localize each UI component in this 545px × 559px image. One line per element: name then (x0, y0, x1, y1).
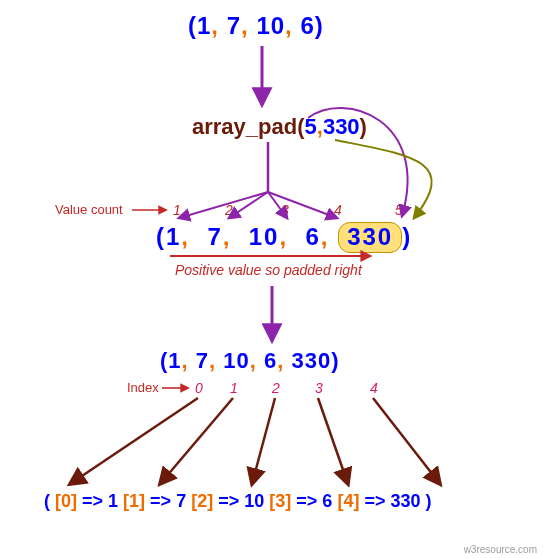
comma: , (182, 348, 196, 373)
curve-value-to-pill (335, 140, 432, 218)
arrow-join-2 (229, 192, 268, 218)
map-key-1: [1] (123, 491, 145, 511)
index-2: 2 (272, 380, 280, 396)
comma: , (321, 223, 338, 250)
func-value: 330 (323, 114, 360, 139)
comma: , (277, 348, 291, 373)
padded-val-2: 10 (249, 223, 280, 250)
positive-label: Positive value so padded right (175, 262, 362, 278)
padded-val-4: 330 (347, 223, 393, 250)
paren-close: ) (315, 12, 324, 39)
diagram-arrows (0, 0, 545, 559)
padded-pill: 330 (338, 222, 402, 253)
map-arrow: => (82, 491, 103, 511)
count-3: 3 (281, 202, 289, 218)
comma: , (250, 348, 264, 373)
paren-open: ( (188, 12, 197, 39)
initial-val-3: 6 (300, 12, 314, 39)
padded-tuple: (1, 7, 10, 6, 330) (156, 222, 412, 253)
arrow-fan-3 (318, 398, 348, 484)
result-val-2: 10 (223, 348, 249, 373)
arrow-fan-1 (160, 398, 233, 484)
func-name: array_pad (192, 114, 297, 139)
comma: , (285, 12, 300, 39)
arrow-fan-0 (70, 398, 198, 484)
map-val-4: 330 (390, 491, 420, 511)
comma: , (279, 223, 305, 250)
arrow-join-1 (179, 192, 268, 218)
map-val-1: 7 (176, 491, 186, 511)
count-2: 2 (225, 202, 233, 218)
value-count-label: Value count (55, 202, 123, 217)
arrow-fan-2 (252, 398, 275, 484)
initial-val-0: 1 (197, 12, 211, 39)
paren-close: ) (331, 348, 339, 373)
count-1: 1 (173, 202, 181, 218)
paren-open: ( (156, 223, 166, 250)
arrow-fan-4 (373, 398, 440, 484)
result-tuple: (1, 7, 10, 6, 330) (160, 348, 340, 374)
paren-open: ( (44, 491, 55, 511)
arrow-join-4 (268, 192, 337, 218)
initial-val-2: 10 (256, 12, 285, 39)
map-val-3: 6 (322, 491, 332, 511)
count-4: 4 (334, 202, 342, 218)
padded-val-1: 7 (207, 223, 222, 250)
result-val-4: 330 (292, 348, 332, 373)
paren-close: ) (402, 223, 412, 250)
comma: , (211, 12, 226, 39)
index-label: Index (127, 380, 159, 395)
mapping-line: ( [0] => 1 [1] => 7 [2] => 10 [3] => 6 [… (44, 491, 432, 512)
comma: , (223, 223, 249, 250)
result-val-1: 7 (196, 348, 209, 373)
initial-tuple: (1, 7, 10, 6) (188, 12, 324, 40)
paren-close: ) (426, 491, 432, 511)
comma: , (209, 348, 223, 373)
index-4: 4 (370, 380, 378, 396)
map-arrow: => (150, 491, 171, 511)
map-arrow: => (364, 491, 385, 511)
comma: , (241, 12, 256, 39)
map-key-4: [4] (337, 491, 359, 511)
paren-open: ( (297, 114, 304, 139)
watermark: w3resource.com (464, 544, 537, 555)
padded-val-3: 6 (305, 223, 320, 250)
index-0: 0 (195, 380, 203, 396)
result-val-3: 6 (264, 348, 277, 373)
func-size: 5 (305, 114, 317, 139)
map-val-0: 1 (108, 491, 118, 511)
function-call: array_pad(5,330) (192, 114, 367, 140)
map-key-3: [3] (269, 491, 291, 511)
comma: , (181, 223, 207, 250)
map-key-0: [0] (55, 491, 77, 511)
map-arrow: => (218, 491, 239, 511)
initial-val-1: 7 (227, 12, 241, 39)
map-val-2: 10 (244, 491, 264, 511)
padded-val-0: 1 (166, 223, 181, 250)
count-5: 5 (395, 202, 403, 218)
map-key-2: [2] (191, 491, 213, 511)
map-arrow: => (296, 491, 317, 511)
result-val-0: 1 (168, 348, 181, 373)
index-1: 1 (230, 380, 238, 396)
paren-close: ) (360, 114, 367, 139)
index-3: 3 (315, 380, 323, 396)
